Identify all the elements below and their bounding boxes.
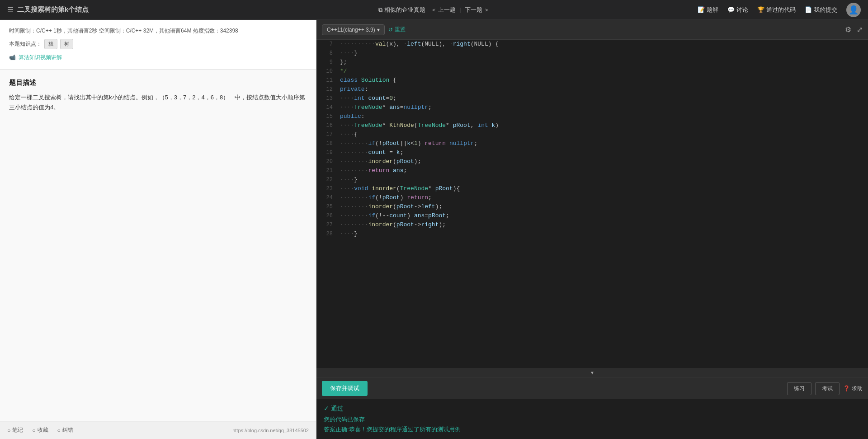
code-line-18: 18 ········if(!pRoot||k<1) return nullpt… (316, 139, 868, 148)
tags-label: 本题知识点： (9, 39, 42, 49)
code-line-25: 25 ········inorder(pRoot->left); (316, 202, 868, 211)
right-panel: C++11(clang++ 3.9) ▾ ↺ 重置 ⚙ ⤢ 7 ········… (316, 20, 868, 439)
hamburger-icon[interactable]: ☰ (7, 5, 14, 14)
note-action[interactable]: ○ 笔记 (7, 426, 23, 434)
page-title: 二叉搜索树的第k个结点 (17, 5, 89, 14)
section-title: 题目描述 (9, 79, 307, 87)
result-pass: ✓ 通过 (324, 405, 861, 413)
meta-tags: 本题知识点： 栈 树 (9, 39, 307, 50)
code-line-19: 19 ········count = k; (316, 148, 868, 157)
video-icon: 📹 (9, 53, 16, 63)
editor-toolbar: C++11(clang++ 3.9) ▾ ↺ 重置 ⚙ ⤢ (316, 20, 868, 40)
help-button[interactable]: ❓ 求助 (843, 385, 863, 392)
code-line-10: 10 */ (316, 67, 868, 76)
main-layout: 时间限制：C/C++ 1秒，其他语言2秒 空间限制：C/C++ 32M，其他语言… (0, 20, 868, 439)
save-debug-button[interactable]: 保存并调试 (322, 381, 368, 396)
code-line-8: 8 ····} (316, 49, 868, 58)
result-saved: 您的代码已保存 (324, 416, 861, 424)
collect-icon: ○ (32, 427, 35, 434)
result-message: 答案正确:恭喜！您提交的程序通过了所有的测试用例 (324, 425, 861, 434)
expand-button[interactable]: ⤢ (857, 25, 863, 34)
toolbar-right: ⚙ ⤢ (845, 25, 863, 34)
bottom-panel: 保存并调试 练习 考试 ❓ 求助 ✓ 通过 您的代码已保存 答案正确:恭喜！您提… (316, 377, 868, 439)
code-line-14: 14 ····TreeNode* ans=nullptr; (316, 103, 868, 112)
code-line-7: 7 ··········val(x), ·left(NULL), ·right(… (316, 40, 868, 49)
code-line-22: 22 ····} (316, 175, 868, 184)
problem-content: 题目描述 给定一棵二叉搜索树，请找出其中的第k小的结点。例如，（5，3，7，2，… (0, 70, 316, 421)
settings-button[interactable]: ⚙ (845, 25, 851, 34)
code-line-23: 23 ····void inorder(TreeNode* pRoot){ (316, 184, 868, 193)
language-select[interactable]: C++11(clang++ 3.9) ▾ (322, 24, 385, 35)
code-line-9: 9 }; (316, 58, 868, 67)
code-line-27: 27 ········inorder(pRoot->right); (316, 220, 868, 229)
reset-button[interactable]: ↺ 重置 (388, 26, 406, 33)
correct-icon: ○ (57, 427, 61, 434)
meta-line1: 时间限制：C/C++ 1秒，其他语言2秒 空间限制：C/C++ 32M，其他语言… (9, 26, 307, 36)
controls-right: 练习 考试 ❓ 求助 (787, 382, 863, 395)
top-nav: ☰ 二叉搜索树的第k个结点 ⧉ 相似的企业真题 ＜ 上一题 | 下一题 ＞ 📝 … (0, 0, 868, 20)
nav-left: ☰ 二叉搜索树的第k个结点 (7, 5, 89, 14)
submit-icon: 📄 (805, 6, 812, 13)
similar-button[interactable]: ⧉ 相似的企业真题 (378, 6, 425, 14)
my-submit-action[interactable]: 📄 我的提交 (805, 6, 837, 14)
correct-action[interactable]: ○ 纠错 (57, 426, 73, 434)
bottom-controls: 保存并调试 练习 考试 ❓ 求助 (316, 378, 868, 399)
problem-description: 给定一棵二叉搜索树，请找出其中的第k小的结点。例如，（5，3，7，2，4，6，8… (9, 93, 307, 112)
question-icon: ❓ (843, 385, 850, 392)
code-line-24: 24 ········if(!pRoot) return; (316, 193, 868, 202)
code-line-15: 15 public: (316, 112, 868, 121)
next-button[interactable]: 下一题 ＞ (465, 6, 490, 14)
video-link[interactable]: 📹 算法知识视频讲解 (9, 53, 307, 63)
copy-icon: ⧉ (378, 6, 382, 14)
code-line-21: 21 ········return ans; (316, 166, 868, 175)
left-panel: 时间限制：C/C++ 1秒，其他语言2秒 空间限制：C/C++ 32M，其他语言… (0, 20, 316, 439)
solution-icon: 📝 (698, 6, 705, 13)
problem-meta: 时间限制：C/C++ 1秒，其他语言2秒 空间限制：C/C++ 32M，其他语言… (0, 20, 316, 70)
accepted-code-action[interactable]: 🏆 通过的代码 (757, 6, 796, 14)
tag-stack[interactable]: 栈 (44, 39, 57, 50)
exam-button[interactable]: 考试 (815, 382, 840, 395)
code-line-28: 28 ····} (316, 229, 868, 238)
practice-button[interactable]: 练习 (787, 382, 811, 395)
avatar[interactable]: 👤 (846, 3, 861, 17)
tag-tree[interactable]: 树 (60, 39, 73, 50)
code-area[interactable]: 7 ··········val(x), ·left(NULL), ·right(… (316, 40, 868, 368)
code-line-20: 20 ········inorder(pRoot); (316, 157, 868, 166)
code-line-17: 17 ····{ (316, 130, 868, 139)
left-bottom-bar: ○ 笔记 ○ 收藏 ○ 纠错 https://blog.csdn.net/qq_… (0, 421, 316, 439)
nav-center: ⧉ 相似的企业真题 ＜ 上一题 | 下一题 ＞ (378, 6, 490, 14)
discuss-icon: 💬 (727, 6, 735, 13)
collect-action[interactable]: ○ 收藏 (32, 426, 48, 434)
solution-action[interactable]: 📝 题解 (698, 6, 718, 14)
panel-resize-chevron[interactable]: ▾ (316, 368, 868, 377)
code-line-26: 26 ········if(!--count) ans=pRoot; (316, 211, 868, 220)
discuss-action[interactable]: 💬 讨论 (727, 6, 748, 14)
code-line-12: 12 private: (316, 85, 868, 94)
code-line-11: 11 class Solution { (316, 76, 868, 85)
nav-right: 📝 题解 💬 讨论 🏆 通过的代码 📄 我的提交 👤 (698, 3, 861, 17)
trophy-icon: 🏆 (757, 6, 764, 13)
note-icon: ○ (7, 427, 10, 434)
code-line-16: 16 ····TreeNode* KthNode(TreeNode* pRoot… (316, 121, 868, 130)
code-scroll[interactable]: 7 ··········val(x), ·left(NULL), ·right(… (316, 40, 868, 368)
reset-icon: ↺ (388, 27, 393, 33)
prev-button[interactable]: ＜ 上一题 (431, 6, 456, 14)
result-area: ✓ 通过 您的代码已保存 答案正确:恭喜！您提交的程序通过了所有的测试用例 (316, 399, 868, 439)
bottom-link: https://blog.csdn.net/qq_38145502 (232, 428, 309, 433)
nav-arrows: ＜ 上一题 | 下一题 ＞ (431, 6, 490, 14)
code-line-13: 13 ····int count=0; (316, 94, 868, 103)
nav-separator: | (459, 6, 461, 13)
chevron-down-icon: ▾ (377, 27, 380, 33)
